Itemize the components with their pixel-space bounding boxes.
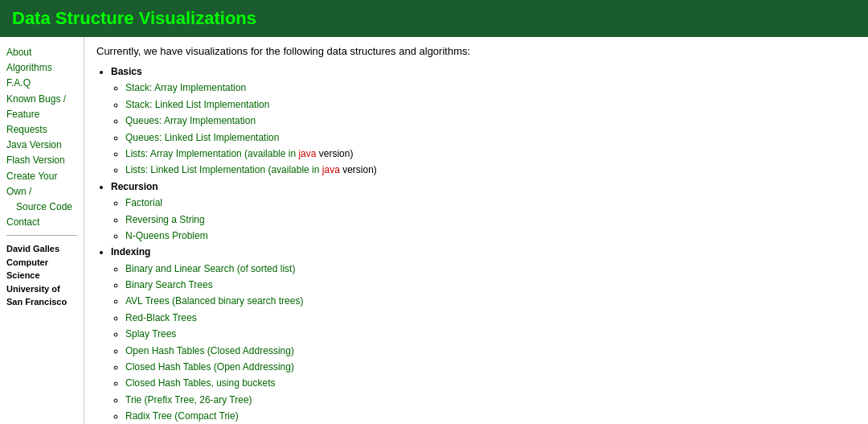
nqueens-link[interactable]: N-Queens Problem: [125, 230, 208, 241]
factorial-link[interactable]: Factorial: [125, 197, 162, 208]
list-item: N-Queens Problem: [125, 228, 856, 244]
closed-hash-buckets-link[interactable]: Closed Hash Tables, using buckets: [125, 377, 276, 389]
section-recursion: Recursion Factorial Reversing a String N…: [111, 179, 856, 245]
sidebar-author: David Galles Computer Science University…: [6, 242, 77, 309]
list-item: Factorial: [125, 195, 856, 211]
sidebar-item-faq[interactable]: F.A.Q: [6, 76, 77, 91]
trie-link[interactable]: Trie (Prefix Tree, 26-ary Tree): [125, 394, 252, 405]
lists-linked-java-link[interactable]: java: [322, 164, 340, 175]
recursion-items: Factorial Reversing a String N-Queens Pr…: [125, 195, 856, 244]
list-item: Splay Trees: [125, 326, 856, 342]
stack-linked-link[interactable]: Stack: Linked List Implementation: [125, 99, 269, 110]
list-item: Red-Black Trees: [125, 310, 856, 326]
radix-tree-link[interactable]: Radix Tree (Compact Trie): [125, 410, 239, 422]
list-item: Closed Hash Tables (Open Addressing): [125, 359, 856, 375]
section-indexing: Indexing Binary and Linear Search (of so…: [111, 244, 856, 424]
queues-array-link[interactable]: Queues: Array Implementation: [125, 115, 256, 126]
list-item: Queues: Linked List Implementation: [125, 130, 856, 146]
list-item: Binary Search Trees: [125, 277, 856, 293]
sidebar-item-contact[interactable]: Contact: [6, 215, 77, 230]
lists-array-link[interactable]: Lists: Array Implementation (available i…: [125, 148, 298, 159]
sections-list: Basics Stack: Array Implementation Stack…: [111, 64, 856, 424]
basics-items: Stack: Array Implementation Stack: Linke…: [125, 80, 856, 178]
list-item: Stack: Linked List Implementation: [125, 97, 856, 113]
list-item: Lists: Array Implementation (available i…: [125, 146, 856, 162]
binary-linear-link[interactable]: Binary and Linear Search (of sorted list…: [125, 263, 295, 274]
redblack-link[interactable]: Red-Black Trees: [125, 312, 197, 323]
list-item: Radix Tree (Compact Trie): [125, 408, 856, 424]
intro-text: Currently, we have visualizations for th…: [96, 45, 856, 57]
sidebar-item-java-version[interactable]: Java Version: [6, 138, 77, 153]
list-item: Open Hash Tables (Closed Addressing): [125, 343, 856, 359]
queues-linked-link[interactable]: Queues: Linked List Implementation: [125, 132, 279, 143]
page-title: Data Structure Visualizations: [12, 8, 856, 29]
list-item: Stack: Array Implementation: [125, 80, 856, 96]
sidebar-divider: [6, 235, 77, 236]
reversing-link[interactable]: Reversing a String: [125, 214, 205, 225]
sidebar-item-about[interactable]: About: [6, 45, 77, 60]
list-item: Reversing a String: [125, 212, 856, 228]
lists-linked-link[interactable]: Lists: Linked List Implementation (avail…: [125, 164, 322, 175]
sidebar-item-flash-version[interactable]: Flash Version: [6, 153, 77, 168]
list-item: Binary and Linear Search (of sorted list…: [125, 261, 856, 277]
list-item: Trie (Prefix Tree, 26-ary Tree): [125, 392, 856, 408]
avl-link[interactable]: AVL Trees (Balanced binary search trees): [125, 295, 303, 307]
splay-link[interactable]: Splay Trees: [125, 328, 176, 340]
list-item: Lists: Linked List Implementation (avail…: [125, 162, 856, 178]
closed-hash-link[interactable]: Closed Hash Tables (Open Addressing): [125, 361, 294, 373]
list-item: Closed Hash Tables, using buckets: [125, 375, 856, 391]
bst-link[interactable]: Binary Search Trees: [125, 279, 213, 290]
sidebar-item-algorithms[interactable]: Algorithms: [6, 60, 77, 76]
stack-array-link[interactable]: Stack: Array Implementation: [125, 82, 246, 93]
sidebar: About Algorithms F.A.Q Known Bugs / Feat…: [0, 37, 84, 424]
sidebar-item-source-code[interactable]: Source Code: [6, 200, 77, 215]
section-basics: Basics Stack: Array Implementation Stack…: [111, 64, 856, 179]
lists-array-java-link[interactable]: java: [298, 148, 316, 159]
main-content: Currently, we have visualizations for th…: [84, 37, 868, 424]
sidebar-item-create-own[interactable]: Create Your Own /: [6, 169, 77, 200]
open-hash-link[interactable]: Open Hash Tables (Closed Addressing): [125, 345, 294, 356]
list-item: AVL Trees (Balanced binary search trees): [125, 293, 856, 309]
list-item: Queues: Array Implementation: [125, 113, 856, 129]
indexing-items: Binary and Linear Search (of sorted list…: [125, 261, 856, 424]
page-header: Data Structure Visualizations: [0, 0, 868, 37]
sidebar-item-bugs[interactable]: Known Bugs / Feature Requests: [6, 92, 77, 138]
